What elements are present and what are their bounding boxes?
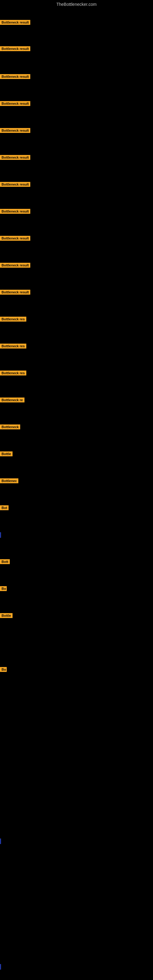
badge-20: Bott xyxy=(0,559,10,564)
badge-8: Bottleneck result xyxy=(0,209,30,214)
badge-19: Bot xyxy=(0,505,9,510)
badge-18: Bottlenec xyxy=(0,478,18,483)
vline-2 xyxy=(0,838,1,844)
badge-2: Bottleneck result xyxy=(0,46,30,51)
badge-9: Bottleneck result xyxy=(0,236,30,241)
badge-21: Bo xyxy=(0,586,7,591)
badge-17: Bottle xyxy=(0,452,13,456)
badge-5: Bottleneck result xyxy=(0,128,30,133)
badge-13: Bottleneck res xyxy=(0,344,26,348)
badge-15: Bottleneck re xyxy=(0,398,24,402)
badge-23: Bo xyxy=(0,667,7,672)
badge-7: Bottleneck result xyxy=(0,182,30,187)
badge-14: Bottleneck res xyxy=(0,371,26,375)
badge-12: Bottleneck res xyxy=(0,317,26,321)
vline-3 xyxy=(0,964,1,970)
badge-1: Bottleneck result xyxy=(0,20,30,25)
badge-6: Bottleneck result xyxy=(0,155,30,160)
badge-10: Bottleneck result xyxy=(0,263,30,268)
badge-22: Bottle xyxy=(0,613,13,618)
badge-16: Bottleneck xyxy=(0,425,20,430)
site-title: TheBottlenecker.com xyxy=(0,0,153,9)
vline-1 xyxy=(0,532,1,538)
badge-4: Bottleneck result xyxy=(0,101,30,106)
badge-3: Bottleneck result xyxy=(0,74,30,79)
badge-11: Bottleneck result xyxy=(0,290,30,294)
